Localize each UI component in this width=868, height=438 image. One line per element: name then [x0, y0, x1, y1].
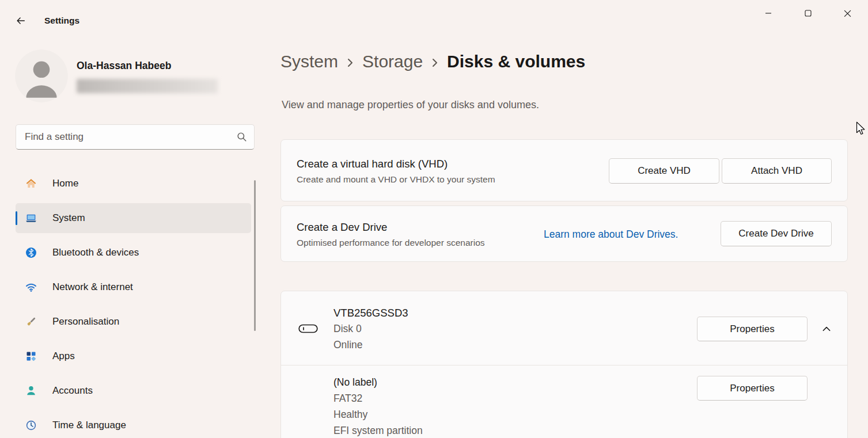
avatar-icon: [15, 49, 68, 102]
window-title: Settings: [44, 16, 79, 26]
disk-card: VTB256GSSD3 Disk 0 Online Properties (No…: [281, 291, 848, 438]
chevron-right-icon: [431, 56, 439, 70]
sidebar-item-label: Accounts: [52, 385, 93, 397]
vhd-card-description: Create and mount a VHD or VHDX to your s…: [297, 174, 495, 185]
breadcrumb-storage[interactable]: Storage: [362, 52, 423, 71]
create-vhd-button[interactable]: Create VHD: [609, 158, 719, 184]
sidebar-nav: Home System Bluetooth & devices Network …: [16, 169, 251, 438]
user-name: Ola-Hassan Habeeb: [77, 60, 171, 72]
sidebar-item-label: System: [52, 212, 85, 224]
volume-filesystem: FAT32: [333, 393, 362, 405]
disk-icon: [298, 322, 318, 335]
sidebar-item-label: Apps: [52, 351, 75, 362]
user-email-redacted: [77, 79, 218, 93]
apps-icon: [25, 351, 37, 362]
disk-number: Disk 0: [333, 323, 362, 335]
search-icon[interactable]: [237, 132, 247, 142]
sidebar-item-accounts[interactable]: Accounts: [16, 376, 251, 406]
dev-drive-card-description: Optimised performance for developer scen…: [297, 238, 485, 248]
breadcrumb: System Storage Disks & volumes: [281, 52, 585, 71]
settings-window: Settings Ola-Hassan Habeeb: [0, 0, 868, 438]
create-dev-drive-button[interactable]: Create Dev Drive: [721, 221, 832, 246]
page-title: Disks & volumes: [447, 52, 585, 71]
chevron-right-icon: [346, 56, 354, 70]
selected-indicator: [16, 211, 17, 225]
sidebar-item-network-internet[interactable]: Network & internet: [16, 272, 251, 302]
personalisation-icon: [25, 316, 37, 327]
sidebar-item-label: Network & internet: [52, 281, 133, 293]
time-language-icon: [25, 420, 37, 431]
dev-drive-card-title: Create a Dev Drive: [297, 221, 387, 234]
bluetooth-icon: [25, 247, 37, 258]
back-button[interactable]: [10, 10, 32, 32]
search-input[interactable]: [24, 131, 237, 143]
sidebar-item-label: Home: [52, 178, 78, 189]
volume-label: (No label): [333, 376, 377, 389]
sidebar-item-home[interactable]: Home: [16, 169, 251, 199]
vhd-card: Create a virtual hard disk (VHD) Create …: [281, 139, 848, 201]
chevron-up-icon: [821, 324, 832, 334]
minimize-button[interactable]: [755, 3, 782, 23]
disk-status: Online: [333, 339, 363, 351]
disk-properties-button[interactable]: Properties: [697, 317, 808, 341]
system-icon: [25, 212, 37, 224]
volume-partition-type: EFI system partition: [333, 425, 423, 437]
sidebar-item-apps[interactable]: Apps: [16, 341, 251, 371]
sidebar-item-time-language[interactable]: Time & language: [16, 410, 251, 438]
sidebar-item-personalisation[interactable]: Personalisation: [16, 307, 251, 337]
network-icon: [25, 281, 37, 293]
divider: [281, 365, 847, 365]
back-arrow-icon: [16, 16, 26, 26]
dev-drives-learn-more-link[interactable]: Learn more about Dev Drives.: [544, 228, 678, 241]
breadcrumb-system[interactable]: System: [281, 52, 338, 71]
home-icon: [25, 178, 37, 189]
collapse-toggle[interactable]: [819, 322, 834, 337]
close-button[interactable]: [834, 3, 861, 23]
page-subtitle: View and manage properties of your disks…: [282, 99, 539, 111]
disk-name: VTB256GSSD3: [333, 307, 408, 319]
vhd-card-title: Create a virtual hard disk (VHD): [297, 158, 448, 170]
close-icon: [844, 10, 851, 17]
sidebar-item-bluetooth-devices[interactable]: Bluetooth & devices: [16, 238, 251, 268]
volume-properties-button[interactable]: Properties: [697, 376, 808, 401]
mouse-cursor: [854, 121, 866, 138]
attach-vhd-button[interactable]: Attach VHD: [722, 158, 832, 184]
volume-health: Healthy: [333, 409, 367, 421]
sidebar-item-label: Time & language: [52, 420, 126, 431]
search-box: [16, 124, 255, 150]
sidebar-item-system[interactable]: System: [16, 203, 251, 233]
sidebar-scrollbar[interactable]: [254, 180, 256, 331]
sidebar-item-label: Personalisation: [52, 316, 119, 327]
maximize-icon: [805, 10, 812, 17]
sidebar-item-label: Bluetooth & devices: [52, 247, 139, 258]
minimize-icon: [765, 10, 772, 17]
dev-drive-card: Create a Dev Drive Optimised performance…: [281, 205, 848, 262]
accounts-icon: [25, 385, 37, 397]
maximize-button[interactable]: [795, 3, 821, 23]
user-avatar[interactable]: [15, 49, 68, 102]
